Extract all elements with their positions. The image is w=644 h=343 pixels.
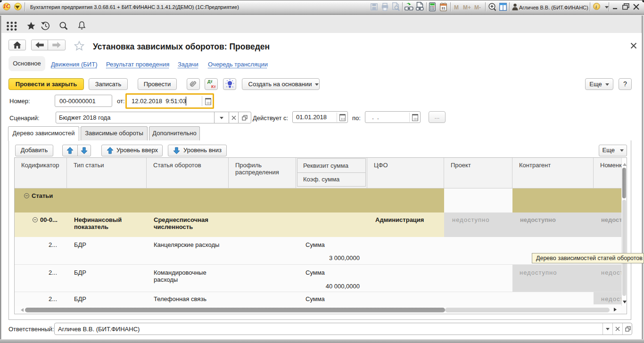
svg-text:31: 31 [441,6,445,10]
